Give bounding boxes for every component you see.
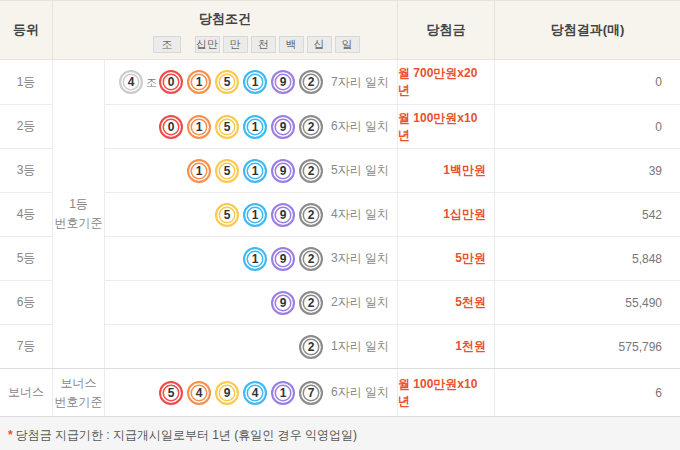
ball-digit: 7 [299, 381, 323, 405]
ball-digit: 1 [271, 381, 295, 405]
ball-digit: 2 [299, 203, 323, 227]
match-condition-text: 6자리 일치 [331, 384, 389, 401]
jo-ball-slot: 4 [116, 70, 146, 94]
ball-digit: 9 [271, 291, 295, 315]
digit-ball-slot: 0 [157, 70, 185, 94]
digit-ball-slot: 9 [269, 70, 297, 94]
result-count-cell: 542 [495, 193, 680, 236]
ball-slots: 549417 [116, 381, 325, 405]
digit-ball-slot: 2 [297, 291, 325, 315]
digit-ball-slot: 1 [269, 381, 297, 405]
match-condition-text: 4자리 일치 [331, 206, 389, 223]
ball-digit: 9 [215, 381, 239, 405]
digit-ball-slot: 0 [157, 115, 185, 139]
digit-ball-slot: 4 [185, 381, 213, 405]
payment-deadline-note: *당첨금 지급기한 : 지급개시일로부터 1년 (휴일인 경우 익영업일) [0, 417, 680, 444]
ball-digit: 1 [243, 115, 267, 139]
digit-ball-slot: 1 [241, 70, 269, 94]
digit-place-label: 십만 [195, 36, 220, 53]
table-header-row: 등위 당첨조건 조십만만천백십일 당첨금 당첨결과(매) [0, 1, 680, 60]
digit-ball-slot: 5 [213, 159, 241, 183]
ball-digit: 1 [243, 203, 267, 227]
rank-group: 1등2등3등4등5등6등7등1등번호기준4조0151927자리 일치월 700만… [0, 60, 680, 368]
condition-cell: 21자리 일치 [105, 325, 398, 368]
ball-digit: 2 [299, 159, 323, 183]
digit-ball-slot: 5 [213, 70, 241, 94]
table-row: 151925자리 일치1백만원39 [105, 148, 680, 192]
rank-cell: 5등 [0, 236, 52, 280]
header-condition: 당첨조건 조십만만천백십일 [53, 1, 398, 59]
rank-cell: 2등 [0, 104, 52, 148]
table-row: 21자리 일치1천원575,796 [105, 324, 680, 368]
ball-digit: 2 [299, 115, 323, 139]
digit-ball-slot: 2 [297, 159, 325, 183]
condition-cell: 151925자리 일치 [105, 149, 398, 192]
digit-label-slot: 백 [277, 36, 305, 53]
digit-labels-row: 조십만만천백십일 [152, 36, 361, 53]
digit-label-slot: 십 [305, 36, 333, 53]
ball-slots: 015192 [116, 115, 325, 139]
digit-label-slot: 만 [221, 36, 249, 53]
ball-digit: 9 [271, 247, 295, 271]
ball-slots: 4조015192 [116, 70, 325, 94]
ball-digit: 1 [243, 247, 267, 271]
winning-results-table: 등위 당첨조건 조십만만천백십일 당첨금 당첨결과(매) 1등2등3등4등5등6… [0, 0, 680, 417]
ball-digit: 9 [271, 203, 295, 227]
rank-cell: 7등 [0, 324, 52, 368]
condition-cell: 4조0151927자리 일치 [105, 60, 398, 104]
result-count-cell: 0 [495, 105, 680, 148]
ball-digit: 2 [299, 70, 323, 94]
digit-ball-slot: 1 [241, 159, 269, 183]
digit-ball-slot: 1 [185, 159, 213, 183]
jo-ball: 4 [119, 70, 143, 94]
digit-ball-slot: 9 [269, 291, 297, 315]
digit-place-label: 만 [223, 36, 248, 53]
result-count-cell: 0 [495, 60, 680, 104]
header-prize: 당첨금 [398, 1, 495, 59]
digit-place-label: 조 [153, 36, 181, 53]
digit-place-label: 백 [279, 36, 304, 53]
digit-ball-slot: 1 [241, 203, 269, 227]
digit-label-slot: 천 [249, 36, 277, 53]
ball-digit: 5 [215, 159, 239, 183]
ball-digit: 5 [215, 203, 239, 227]
header-result: 당첨결과(매) [495, 1, 680, 59]
table-body: 1등2등3등4등5등6등7등1등번호기준4조0151927자리 일치월 700만… [0, 60, 680, 416]
ball-digit: 5 [159, 381, 183, 405]
ball-digit: 0 [159, 115, 183, 139]
header-condition-title: 당첨조건 [199, 1, 251, 36]
prize-cell: 1십만원 [398, 193, 495, 236]
digit-ball-slot: 9 [213, 381, 241, 405]
rows-column: 5494176자리 일치월 100만원x10년6 [105, 369, 680, 416]
digit-ball-slot: 4 [241, 381, 269, 405]
ball-digit: 9 [271, 70, 295, 94]
ball-digit: 4 [243, 381, 267, 405]
rank-cell: 6등 [0, 280, 52, 324]
ball-digit: 1 [243, 70, 267, 94]
jo-suffix-label: 조 [146, 75, 157, 90]
digit-ball-slot: 5 [213, 203, 241, 227]
match-condition-text: 5자리 일치 [331, 162, 389, 179]
ball-digit: 0 [159, 70, 183, 94]
digit-ball-slot: 9 [269, 247, 297, 271]
table-row: 4조0151927자리 일치월 700만원x20년0 [105, 60, 680, 104]
digit-ball-slot: 2 [297, 203, 325, 227]
result-count-cell: 575,796 [495, 325, 680, 368]
digit-label-slot: 조 [152, 36, 182, 53]
group-basis-label-line: 보너스 [61, 374, 97, 393]
ball-slots: 2 [116, 335, 325, 359]
result-count-cell: 55,490 [495, 281, 680, 324]
ball-digit: 4 [187, 381, 211, 405]
ball-digit: 1 [187, 115, 211, 139]
match-condition-text: 3자리 일치 [331, 250, 389, 267]
digit-ball-slot: 7 [297, 381, 325, 405]
digit-ball-slot: 5 [157, 381, 185, 405]
lottery-results-page: 등위 당첨조건 조십만만천백십일 당첨금 당첨결과(매) 1등2등3등4등5등6… [0, 0, 680, 450]
ball-slots: 5192 [116, 203, 325, 227]
digit-ball-slot: 2 [297, 70, 325, 94]
group-basis-label: 1등번호기준 [53, 60, 105, 368]
prize-cell: 1천원 [398, 325, 495, 368]
rows-column: 4조0151927자리 일치월 700만원x20년00151926자리 일치월 … [105, 60, 680, 368]
ball-digit: 1 [243, 159, 267, 183]
digit-ball-slot: 9 [269, 159, 297, 183]
